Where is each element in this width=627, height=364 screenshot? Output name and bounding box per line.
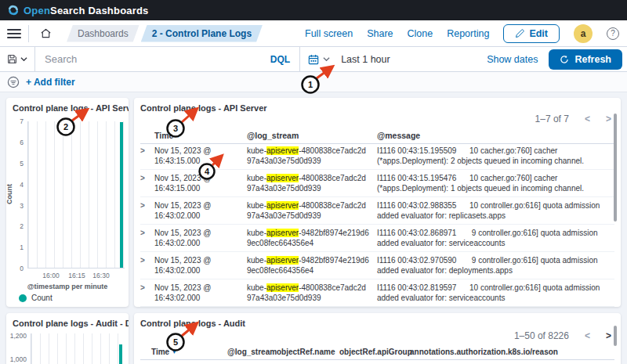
highlighted-term: apiserver	[266, 146, 299, 155]
expand-row-icon[interactable]: >	[140, 201, 154, 224]
add-filter-button[interactable]: + Add filter	[26, 77, 75, 88]
expand-row-icon[interactable]: >	[140, 256, 154, 279]
table-row[interactable]: > Nov 15, 2023 @ 16:43:02.000 kube-apise…	[140, 279, 614, 307]
pagination: 1–50 of 8226 < >	[514, 330, 611, 341]
menu-icon[interactable]	[7, 27, 21, 41]
refresh-icon	[560, 55, 569, 64]
expand-row-icon[interactable]: >	[140, 146, 154, 169]
panel-title: Control plane logs - Audit	[134, 313, 621, 328]
column-header-objectref-name[interactable]: objectRef.name	[277, 348, 339, 356]
saved-query-menu-button[interactable]	[0, 47, 35, 71]
prev-page-icon[interactable]: <	[585, 114, 590, 124]
api-server-histogram[interactable]	[27, 121, 125, 268]
next-page-icon[interactable]: >	[606, 330, 611, 341]
highlighted-term: apiserver	[266, 201, 299, 210]
opensearch-logo-icon[interactable]	[8, 5, 19, 16]
scrollbar[interactable]	[614, 326, 617, 346]
audit-histogram[interactable]	[31, 333, 124, 364]
column-header-objectref-apigroup[interactable]: objectRef.apiGroup	[339, 348, 410, 356]
y-axis-label: Count	[5, 163, 13, 225]
audit-table-panel: Control plane logs - Audit 1–50 of 8226 …	[134, 313, 621, 364]
column-header-log-stream[interactable]: @log_stream	[227, 348, 277, 356]
filter-bar: + Add filter	[0, 72, 627, 92]
filter-icon[interactable]	[7, 76, 20, 88]
app-title: OpenSearch Dashboards	[24, 5, 149, 16]
highlighted-term: apiserver	[266, 174, 299, 182]
date-picker-button[interactable]	[299, 47, 338, 71]
show-dates-button[interactable]: Show dates	[487, 54, 549, 65]
table-row[interactable]: > Nov 15, 2023 @ 16:43:15.000 kube-apise…	[140, 142, 614, 170]
highlighted-term: apiserver	[266, 229, 299, 237]
page-range: 1–50 of 8226	[514, 330, 569, 341]
panel-title: Control plane logs - API Server - ...	[6, 98, 129, 113]
chart-legend[interactable]: Count	[19, 294, 53, 302]
save-icon	[7, 54, 17, 64]
highlighted-term: apiserver	[266, 256, 299, 265]
panel-title: Control plane logs - Audit - Date ...	[6, 313, 129, 328]
table-row[interactable]: > Nov 15, 2023 @ 16:43:02.000 kube-apise…	[140, 197, 614, 225]
legend-color-dot	[19, 294, 27, 302]
share-link[interactable]: Share	[367, 28, 393, 39]
dql-button[interactable]: DQL	[261, 54, 299, 65]
nav-actions: Full screen Share Clone Reporting Edit a…	[305, 24, 627, 43]
full-screen-link[interactable]: Full screen	[305, 28, 353, 39]
api-server-chart-panel: Control plane logs - API Server - ... 7 …	[6, 98, 129, 307]
column-header-time[interactable]: Time▾	[151, 348, 227, 356]
highlighted-term: apiserver	[266, 283, 299, 292]
chevron-down-icon	[323, 56, 330, 63]
x-axis-label: @timestamp per minute	[6, 283, 129, 290]
prev-page-icon[interactable]: <	[585, 330, 590, 341]
opensearch-dashboards-app: OpenSearch Dashboards Dashboards 2 - Con…	[0, 0, 627, 364]
table-body: > Nov 15, 2023 @ 16:43:15.000 kube-apise…	[140, 142, 614, 307]
column-header-annotations-reason[interactable]: annotations.authorization.k8s.io/reason	[410, 348, 614, 356]
table-row[interactable]: > Nov 15, 2023 @ 16:43:02.000 kube-apise…	[140, 225, 614, 252]
search-input[interactable]	[35, 47, 261, 71]
api-server-table-panel: Control plane logs - API Server 1–7 of 7…	[134, 98, 621, 307]
column-header-time[interactable]: Time▾	[154, 131, 247, 140]
column-header-log-stream[interactable]: @log_stream	[247, 131, 377, 140]
breadcrumb: Dashboards 2 - Control Plane Logs	[67, 25, 263, 42]
expand-row-icon[interactable]: >	[140, 283, 154, 306]
nav-bar: Dashboards 2 - Control Plane Logs Full s…	[0, 20, 627, 47]
scrollbar[interactable]	[614, 114, 617, 222]
reporting-link[interactable]: Reporting	[447, 28, 489, 39]
calendar-icon	[308, 54, 319, 65]
sort-desc-icon: ▾	[172, 348, 176, 355]
table-row[interactable]: > Nov 15, 2023 @ 16:43:02.000 kube-apise…	[140, 252, 614, 279]
clone-link[interactable]: Clone	[408, 28, 433, 39]
table-row[interactable]: > Nov 15, 2023 @ 16:43:15.000 kube-apise…	[140, 170, 614, 197]
count-bar[interactable]	[119, 344, 122, 364]
edit-button[interactable]: Edit	[503, 24, 560, 43]
expand-row-icon[interactable]: >	[140, 174, 154, 196]
sort-desc-icon: ▾	[176, 132, 179, 139]
home-icon[interactable]	[35, 23, 56, 44]
next-page-icon[interactable]: >	[606, 114, 611, 124]
audit-chart-panel: Control plane logs - Audit - Date ... 1,…	[6, 313, 129, 364]
query-bar: DQL Last 1 hour Show dates Refresh	[0, 47, 627, 72]
refresh-button[interactable]: Refresh	[549, 49, 622, 70]
time-range-value[interactable]: Last 1 hour	[338, 54, 487, 65]
pagination: 1–7 of 7 < >	[535, 114, 611, 124]
expand-row-icon[interactable]: >	[140, 229, 154, 251]
chevron-down-icon	[20, 56, 27, 63]
avatar[interactable]: a	[574, 24, 593, 43]
pencil-icon	[515, 29, 524, 38]
breadcrumb-dashboards[interactable]: Dashboards	[67, 25, 140, 42]
panel-title: Control plane logs - API Server	[134, 98, 621, 113]
help-icon[interactable]: ?	[607, 27, 619, 40]
column-header-message[interactable]: @message	[377, 131, 614, 140]
divider	[28, 25, 29, 42]
breadcrumb-current-dashboard: 2 - Control Plane Logs	[141, 25, 263, 42]
page-range: 1–7 of 7	[535, 114, 569, 124]
dashboard-content: Control plane logs - API Server - ... 7 …	[0, 92, 627, 364]
table-header: Time▾ @log_stream objectRef.name objectR…	[140, 348, 614, 360]
count-bar[interactable]	[120, 122, 123, 268]
top-bar: OpenSearch Dashboards	[0, 0, 627, 20]
